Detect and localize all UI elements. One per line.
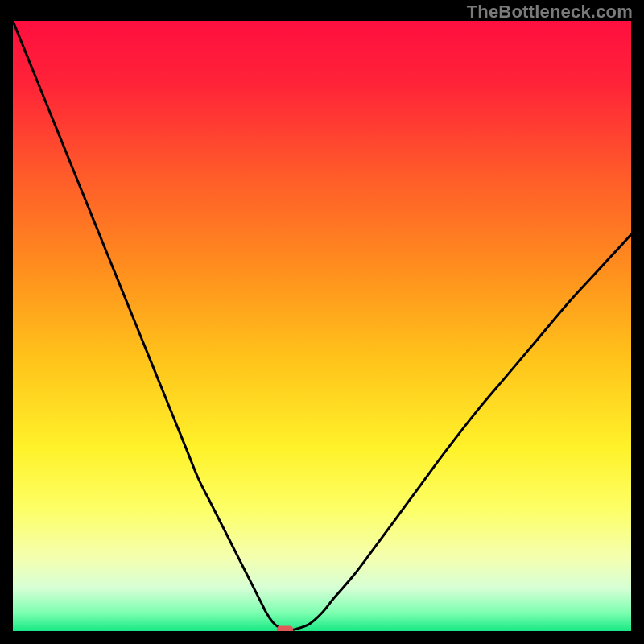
watermark-text: TheBottleneck.com <box>467 2 633 23</box>
plot-area <box>13 21 631 631</box>
optimum-marker <box>277 625 293 631</box>
gradient-background <box>13 21 631 631</box>
chart-frame: TheBottleneck.com <box>0 0 644 644</box>
bottleneck-chart <box>13 21 631 631</box>
